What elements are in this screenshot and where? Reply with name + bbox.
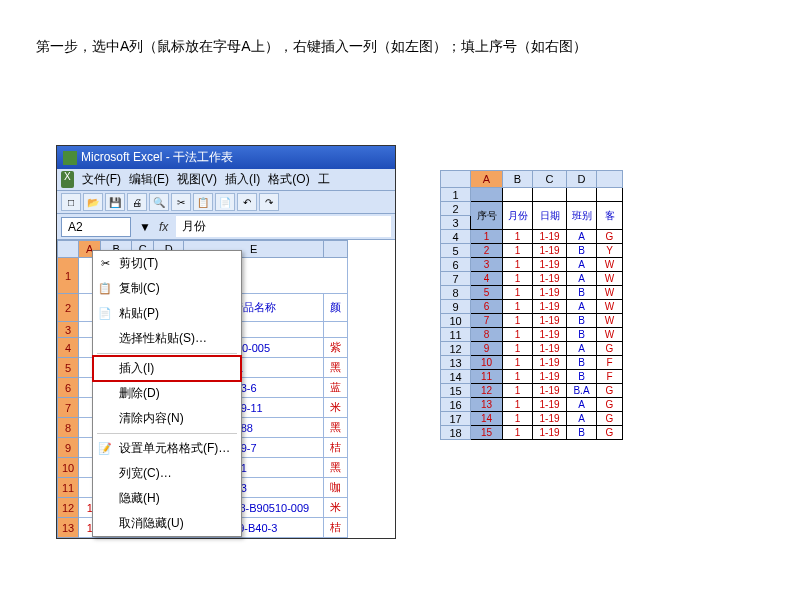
cm-copy[interactable]: 📋复制(C) [93, 276, 241, 301]
cell[interactable]: 1 [503, 398, 533, 412]
cell[interactable]: F [597, 356, 623, 370]
row-header[interactable]: 7 [441, 272, 471, 286]
cell[interactable]: G [597, 230, 623, 244]
cell[interactable]: W [597, 328, 623, 342]
cell-seq[interactable]: 12 [471, 384, 503, 398]
cell[interactable]: G [597, 412, 623, 426]
row-header-2[interactable]: 2 [58, 294, 79, 322]
menu-file[interactable]: 文件(F) [82, 171, 121, 188]
row-header[interactable]: 9 [58, 438, 79, 458]
col-header-d[interactable]: D [567, 171, 597, 188]
cm-unhide[interactable]: 取消隐藏(U) [93, 511, 241, 536]
row-header[interactable]: 11 [441, 328, 471, 342]
cell[interactable]: 紫 [324, 338, 348, 358]
preview-icon[interactable]: 🔍 [149, 193, 169, 211]
cell[interactable]: W [597, 300, 623, 314]
row-header[interactable]: 13 [58, 518, 79, 538]
redo-icon[interactable]: ↷ [259, 193, 279, 211]
cell[interactable]: 1-19 [533, 398, 567, 412]
cell[interactable]: A [567, 258, 597, 272]
cell[interactable]: 1-19 [533, 272, 567, 286]
formula-value[interactable]: 月份 [176, 216, 391, 237]
row-header[interactable]: 5 [58, 358, 79, 378]
cell[interactable]: 黑 [324, 418, 348, 438]
row-header[interactable]: 12 [441, 342, 471, 356]
row-header[interactable]: 16 [441, 398, 471, 412]
open-icon[interactable]: 📂 [83, 193, 103, 211]
row-header[interactable]: 5 [441, 244, 471, 258]
menu-edit[interactable]: 编辑(E) [129, 171, 169, 188]
cell-seq-header[interactable]: 序号 [471, 202, 503, 230]
row-header-1[interactable]: 1 [58, 258, 79, 294]
cell[interactable]: 月份 [503, 202, 533, 230]
row-header[interactable]: 17 [441, 412, 471, 426]
cell-seq[interactable]: 2 [471, 244, 503, 258]
row-header[interactable]: 9 [441, 300, 471, 314]
col-header-b[interactable]: B [503, 171, 533, 188]
cell[interactable]: 1 [503, 412, 533, 426]
select-all-corner[interactable] [58, 241, 79, 258]
save-icon[interactable]: 💾 [105, 193, 125, 211]
cm-col-width[interactable]: 列宽(C)… [93, 461, 241, 486]
cell[interactable]: 米 [324, 398, 348, 418]
name-box[interactable]: A2 [61, 217, 131, 237]
cell[interactable]: 1 [503, 300, 533, 314]
cell[interactable]: G [597, 398, 623, 412]
row-header[interactable]: 4 [441, 230, 471, 244]
cell[interactable]: A [567, 412, 597, 426]
row-header[interactable]: 14 [441, 370, 471, 384]
cell[interactable]: B [567, 370, 597, 384]
cell[interactable]: 1-19 [533, 314, 567, 328]
cell[interactable]: 咖 [324, 478, 348, 498]
cell[interactable]: F [597, 370, 623, 384]
cell[interactable]: 1 [503, 384, 533, 398]
menu-format[interactable]: 格式(O) [268, 171, 309, 188]
cm-clear[interactable]: 清除内容(N) [93, 406, 241, 431]
row-header[interactable]: 6 [58, 378, 79, 398]
menu-insert[interactable]: 插入(I) [225, 171, 260, 188]
cell-seq[interactable]: 6 [471, 300, 503, 314]
row-header[interactable]: 10 [58, 458, 79, 478]
cell-seq[interactable]: 3 [471, 258, 503, 272]
cell[interactable]: A [567, 398, 597, 412]
cell[interactable]: B.A [567, 384, 597, 398]
cell-seq[interactable]: 8 [471, 328, 503, 342]
cell[interactable]: 1 [503, 230, 533, 244]
cm-format[interactable]: 📝设置单元格格式(F)… [93, 436, 241, 461]
col-header-a[interactable]: A [471, 171, 503, 188]
cell[interactable]: 1-19 [533, 370, 567, 384]
cell[interactable]: 1 [503, 356, 533, 370]
new-icon[interactable]: □ [61, 193, 81, 211]
cell[interactable]: 1 [503, 286, 533, 300]
fx-label[interactable]: fx [159, 220, 168, 234]
cell[interactable]: B [567, 314, 597, 328]
row-header[interactable]: 11 [58, 478, 79, 498]
cell[interactable]: 1 [503, 370, 533, 384]
cell[interactable]: B [567, 286, 597, 300]
cell[interactable]: A [567, 230, 597, 244]
cell[interactable]: 1-19 [533, 328, 567, 342]
row-header[interactable]: 4 [58, 338, 79, 358]
cell-seq[interactable]: 7 [471, 314, 503, 328]
cell[interactable]: 桔 [324, 438, 348, 458]
cell[interactable]: B [567, 244, 597, 258]
cell[interactable]: 1-19 [533, 426, 567, 440]
menu-bar[interactable]: X 文件(F) 编辑(E) 视图(V) 插入(I) 格式(O) 工 [57, 169, 395, 191]
row-header[interactable]: 8 [58, 418, 79, 438]
cm-insert[interactable]: 插入(I) [93, 356, 241, 381]
undo-icon[interactable]: ↶ [237, 193, 257, 211]
paste-icon[interactable]: 📄 [215, 193, 235, 211]
cell-seq[interactable]: 5 [471, 286, 503, 300]
cell[interactable]: W [597, 272, 623, 286]
select-all-corner[interactable] [441, 171, 471, 188]
menu-view[interactable]: 视图(V) [177, 171, 217, 188]
cell[interactable]: A [567, 272, 597, 286]
cell[interactable]: 1-19 [533, 412, 567, 426]
cut-icon[interactable]: ✂ [171, 193, 191, 211]
cell-seq[interactable]: 11 [471, 370, 503, 384]
cell[interactable]: 1 [503, 258, 533, 272]
row-header[interactable]: 8 [441, 286, 471, 300]
cell-seq[interactable]: 9 [471, 342, 503, 356]
cm-paste[interactable]: 📄粘贴(P) [93, 301, 241, 326]
cell[interactable]: 班别 [567, 202, 597, 230]
